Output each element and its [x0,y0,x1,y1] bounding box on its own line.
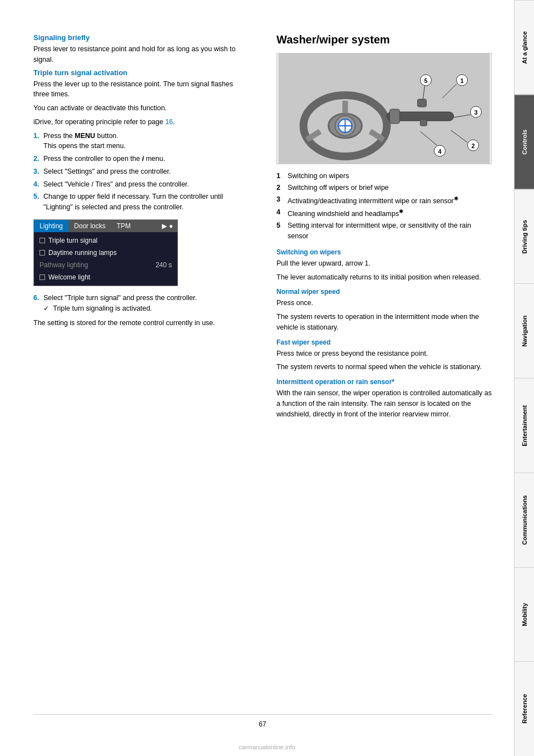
normal-speed-title: Normal wiper speed [276,288,492,296]
daytime-checkbox [39,250,45,256]
switching-on-title: Switching on wipers [276,248,492,256]
normal-speed-body2: The system reverts to operation in the i… [276,312,492,333]
signaling-briefly-body: Press lever to resistance point and hold… [33,44,249,65]
fast-speed-body2: The system reverts to normal speed when … [276,362,492,372]
daytime-item: Daytime running lamps [34,247,177,259]
wiper-item-4: 4 Cleaning windshield and headlamps✱ [276,207,492,219]
wiper-items-list: 1 Switching on wipers 2 Switching off wi… [276,171,492,242]
steps-list: 1. Press the MENU button.This opens the … [33,131,249,213]
menu-items: Triple turn signal Daytime running lamps… [34,232,177,286]
triple-turn-section: Triple turn signal activation Press the … [33,68,249,329]
idrive-page-link[interactable]: 16 [165,118,173,126]
svg-text:1: 1 [460,77,463,84]
triple-turn-title: Triple turn signal activation [33,68,249,77]
switching-on-body2: The lever automatically returns to its i… [276,272,492,283]
fast-speed-section: Fast wiper speed Press twice or press be… [276,338,492,373]
wiper-item-2: 2 Switching off wipers or brief wipe [276,183,492,193]
wiper-item-3: 3 Activating/deactivating intermittent w… [276,194,492,207]
page-number: 67 [33,714,492,734]
step-5: 5. Change to upper field if necessary. T… [33,192,249,213]
step-6-list: 6. Select "Triple turn signal" and press… [33,293,249,314]
step-2: 2. Press the controller to open the i me… [33,154,249,164]
triple-turn-checkbox [39,238,45,243]
svg-text:3: 3 [474,109,477,116]
tpm-tab: TPM [111,220,136,232]
intermittent-body: With the rain sensor, the wiper operatio… [276,388,492,419]
sidebar-tab-driving-tips[interactable]: Driving tips [515,189,534,284]
svg-text:2: 2 [471,143,474,149]
step-1: 1. Press the MENU button.This opens the … [33,131,249,152]
right-column: Washer/wiper system [271,33,492,703]
lighting-tab: Lighting [34,220,68,232]
welcome-checkbox [39,274,45,280]
dot-icon: ● [169,222,173,230]
triple-turn-item: Triple turn signal [34,234,177,247]
signaling-briefly-title: Signaling briefly [33,33,249,42]
sidebar-tab-at-a-glance[interactable]: At a glance [515,0,534,95]
switching-on-section: Switching on wipers Pull the lever upwar… [276,248,492,283]
step-3: 3. Select "Settings" and press the contr… [33,166,249,177]
fast-speed-title: Fast wiper speed [276,338,492,346]
sidebar-tab-controls[interactable]: Controls [515,95,534,189]
svg-text:5: 5 [424,77,427,84]
washer-wiper-title: Washer/wiper system [276,33,492,46]
sidebar-tab-entertainment[interactable]: Entertainment [515,378,534,473]
normal-speed-section: Normal wiper speed Press once. The syste… [276,288,492,332]
signaling-briefly-section: Signaling briefly Press lever to resista… [33,33,249,65]
idrive-text: iDrive, for operating principle refer to… [33,117,249,127]
triple-turn-body1: Press the lever up to the resistance poi… [33,79,249,100]
left-column: Signaling briefly Press lever to resista… [33,33,254,703]
sidebar-tab-navigation[interactable]: Navigation [515,283,534,378]
intermittent-section: Intermittent operation or rain sensor* W… [276,378,492,419]
step-4: 4. Select "Vehicle / Tires" and press th… [33,179,249,190]
wiper-diagram-svg: 1 2 3 4 [277,53,491,164]
step-6: 6. Select "Triple turn signal" and press… [33,293,249,314]
menu-tab-row: Lighting Door locks TPM ▶ ● [34,220,177,232]
sidebar-tab-communications[interactable]: Communications [515,473,534,567]
svg-rect-11 [418,99,427,107]
sidebar-tab-mobility[interactable]: Mobility [515,567,534,662]
wiper-item-1: 1 Switching on wipers [276,171,492,181]
pathway-item: Pathway lighting 240 s [34,259,177,271]
triple-turn-body2: You can activate or deactivate this func… [33,103,249,114]
welcome-item: Welcome light [34,271,177,283]
switching-on-body1: Pull the lever upward, arrow 1. [276,258,492,269]
footer-text: The setting is stored for the remote con… [33,318,249,328]
checkmark-icon [43,303,51,309]
svg-rect-13 [390,109,400,124]
arrow-right-icon: ▶ [162,222,167,230]
menu-screenshot: Lighting Door locks TPM ▶ ● Triple t [33,219,178,286]
right-sidebar: At a glance Controls Driving tips Naviga… [514,0,534,756]
wiper-diagram-container: 1 2 3 4 [276,53,492,164]
sidebar-tab-reference[interactable]: Reference [515,661,534,756]
watermark: carmanualonline.info [239,744,295,750]
svg-text:4: 4 [438,148,442,155]
intermittent-title: Intermittent operation or rain sensor* [276,378,492,386]
svg-rect-12 [421,119,427,126]
fast-speed-body1: Press twice or press beyond the resistan… [276,348,492,359]
normal-speed-body1: Press once. [276,298,492,308]
door-locks-tab: Door locks [68,220,111,232]
menu-nav-icons: ▶ ● [157,220,177,232]
wiper-item-5: 5 Setting interval for intermittent wipe… [276,220,492,242]
